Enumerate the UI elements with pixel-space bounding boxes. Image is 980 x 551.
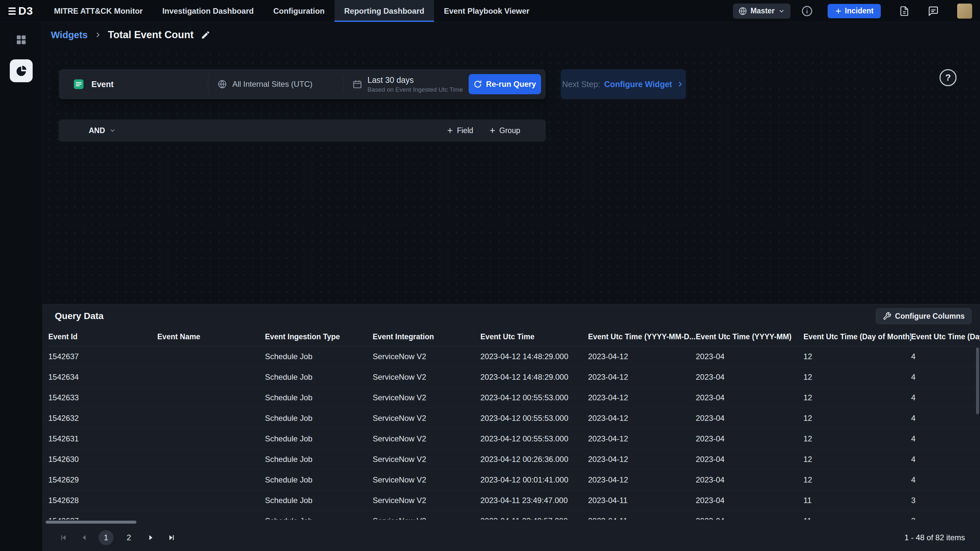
table-cell: 4 — [911, 449, 980, 470]
table-cell: 2023-04-12 00:01:41.000 — [480, 470, 588, 490]
entity-selector[interactable]: Event — [59, 75, 208, 93]
column-header[interactable]: Event Name — [157, 328, 265, 346]
pagination-bar: 1 2 1 - 48 of 82 items — [43, 525, 980, 550]
pagination-summary: 1 - 48 of 82 items — [905, 533, 965, 542]
main-content: Widgets Total Event Count Event — [43, 22, 980, 551]
table-cell — [157, 408, 265, 428]
app-logo[interactable]: D3 — [0, 0, 44, 22]
table-cell: 1542627 — [48, 511, 157, 520]
avatar[interactable] — [957, 3, 972, 19]
page-title: Total Event Count — [108, 29, 194, 41]
page-number-1[interactable]: 1 — [99, 530, 114, 545]
table-cell: 4 — [911, 367, 980, 387]
edit-title-pencil-icon[interactable] — [201, 30, 210, 40]
table-cell: 12 — [803, 449, 911, 470]
dashboard-grid-icon[interactable] — [15, 34, 27, 46]
nav-item-event-playbook-viewer[interactable]: Event Playbook Viewer — [434, 0, 539, 22]
help-button[interactable]: ? — [940, 69, 956, 86]
query-data-header: Query Data Configure Columns — [43, 304, 980, 328]
column-header[interactable]: Event Utc Time (YYYY-MM) — [696, 328, 803, 346]
table-cell: Schedule Job — [265, 490, 373, 511]
left-sidebar — [0, 22, 43, 551]
column-header[interactable]: Event Utc Time (Day — [911, 328, 980, 346]
table-row[interactable]: 1542637Schedule JobServiceNow V22023-04-… — [48, 346, 980, 367]
table-cell: 2023-04-12 00:55:53.000 — [480, 408, 588, 428]
chat-icon[interactable] — [928, 6, 939, 17]
table-cell: 11 — [803, 490, 911, 511]
table-cell — [157, 449, 265, 470]
next-step-action-label: Configure Widget — [604, 79, 672, 89]
horizontal-scrollbar[interactable] — [46, 521, 137, 524]
info-icon[interactable] — [801, 5, 813, 17]
table-cell: ServiceNow V2 — [373, 490, 480, 511]
table-row[interactable]: 1542631Schedule JobServiceNow V22023-04-… — [48, 428, 980, 449]
chevron-down-icon — [109, 127, 116, 134]
question-mark-icon: ? — [945, 72, 951, 83]
table-cell — [157, 511, 265, 520]
pie-chart-icon — [15, 65, 27, 77]
query-data-table-wrap: Event IdEvent NameEvent Ingestion TypeEv… — [43, 328, 980, 520]
add-incident-button[interactable]: Incident — [827, 4, 881, 18]
last-page-button[interactable] — [165, 531, 178, 544]
table-cell: 2023-04-12 — [588, 428, 696, 449]
nav-item-investigation-dashboard[interactable]: Investigation Dashboard — [153, 0, 263, 22]
rerun-query-button[interactable]: Re-run Query — [469, 74, 541, 94]
first-page-button[interactable] — [57, 531, 70, 544]
table-cell: Schedule Job — [265, 408, 373, 428]
column-header[interactable]: Event Utc Time (Day of Month) — [803, 328, 911, 346]
configure-columns-button[interactable]: Configure Columns — [876, 308, 972, 324]
table-row[interactable]: 1542633Schedule JobServiceNow V22023-04-… — [48, 387, 980, 408]
nav-item-mitre-attck-monitor[interactable]: MITRE ATT&CK Monitor — [44, 0, 153, 22]
page-number-2[interactable]: 2 — [121, 530, 137, 545]
breadcrumb-widgets-link[interactable]: Widgets — [51, 30, 88, 40]
master-dropdown[interactable]: Master — [733, 3, 791, 19]
calendar-icon — [352, 79, 362, 89]
table-cell: 2023-04 — [696, 408, 803, 428]
table-cell: 1542630 — [48, 449, 157, 470]
table-row[interactable]: 1542632Schedule JobServiceNow V22023-04-… — [48, 408, 980, 428]
document-icon[interactable] — [899, 6, 910, 16]
sidebar-item-widgets-active[interactable] — [10, 59, 33, 82]
table-row[interactable]: 1542634Schedule JobServiceNow V22023-04-… — [48, 367, 980, 387]
nav-item-reporting-dashboard[interactable]: Reporting Dashboard — [334, 0, 434, 22]
time-range-text: Last 30 days Based on Event Ingested Utc… — [368, 75, 463, 93]
table-row[interactable]: 1542630Schedule JobServiceNow V22023-04-… — [48, 449, 980, 470]
table-cell: Schedule Job — [265, 449, 373, 470]
next-step-configure-widget-button[interactable]: Next Step: Configure Widget — [561, 69, 686, 99]
column-header[interactable]: Event Utc Time — [480, 328, 588, 346]
table-cell: 1542632 — [48, 408, 157, 428]
table-cell: Schedule Job — [265, 387, 373, 408]
master-label: Master — [751, 6, 775, 15]
column-header[interactable]: Event Ingestion Type — [265, 328, 373, 346]
column-header[interactable]: Event Utc Time (YYYY-MM-D... — [588, 328, 696, 346]
configure-columns-label: Configure Columns — [895, 312, 965, 321]
nav-item-configuration[interactable]: Configuration — [263, 0, 334, 22]
table-row[interactable]: 1542627Schedule JobServiceNow V22023-04-… — [48, 511, 980, 520]
column-header[interactable]: Event Integration — [373, 328, 480, 346]
table-cell — [157, 490, 265, 511]
table-cell: 2023-04-11 23:49:47.000 — [480, 490, 588, 511]
add-group-button[interactable]: Group — [489, 126, 520, 135]
next-step-prefix: Next Step: — [562, 79, 600, 89]
table-cell: 1542634 — [48, 367, 157, 387]
table-cell: Schedule Job — [265, 470, 373, 490]
column-header[interactable]: Event Id — [48, 328, 157, 346]
table-row[interactable]: 1542628Schedule JobServiceNow V22023-04-… — [48, 490, 980, 511]
table-row[interactable]: 1542629Schedule JobServiceNow V22023-04-… — [48, 470, 980, 490]
time-range-selector[interactable]: Last 30 days Based on Event Ingested Utc… — [343, 75, 469, 93]
sites-label: All Internal Sites (UTC) — [232, 79, 312, 89]
plus-icon — [835, 8, 842, 15]
table-cell: 1542631 — [48, 428, 157, 449]
logical-operator-dropdown[interactable]: AND — [59, 126, 116, 135]
next-page-button[interactable] — [144, 531, 157, 544]
table-cell: Schedule Job — [265, 367, 373, 387]
table-cell: 2023-04-12 — [588, 367, 696, 387]
add-field-button[interactable]: Field — [446, 126, 473, 135]
table-cell: Schedule Job — [265, 428, 373, 449]
table-cell: ServiceNow V2 — [373, 470, 480, 490]
previous-page-button[interactable] — [78, 531, 91, 544]
vertical-scrollbar[interactable] — [976, 348, 979, 414]
table-cell: 4 — [911, 470, 980, 490]
table-cell: 2023-04-11 23:40:57.000 — [480, 511, 588, 520]
site-selector[interactable]: All Internal Sites (UTC) — [208, 75, 343, 93]
